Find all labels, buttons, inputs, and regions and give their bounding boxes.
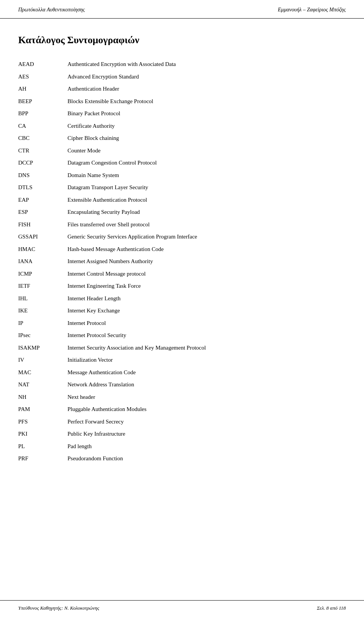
abbreviation-definition: Public Key Infrastructure (67, 428, 346, 440)
abbreviation-term: MAC (18, 366, 67, 379)
table-row: ICMPInternet Control Message protocol (18, 268, 346, 280)
table-row: CBCCipher Block chaining (18, 132, 346, 144)
table-row: AESAdvanced Encryption Standard (18, 71, 346, 83)
abbreviation-term: BEEP (18, 95, 67, 108)
abbreviation-definition: Certificate Authority (67, 120, 346, 132)
table-row: BPPBinary Packet Protocol (18, 107, 346, 120)
abbreviation-term: IV (18, 354, 67, 366)
abbreviation-term: DCCP (18, 157, 67, 169)
abbreviation-definition: Next header (67, 391, 346, 403)
abbreviation-term: CBC (18, 132, 67, 144)
abbreviation-definition: Internet Protocol (67, 317, 346, 329)
footer-left: Υπεύθυνος Καθηγητής: Ν. Κολοκοτρώνης (18, 605, 99, 611)
abbreviation-definition: Counter Mode (67, 144, 346, 157)
footer-right: Σελ. 8 από 118 (317, 605, 346, 611)
abbreviation-term: ICMP (18, 268, 67, 280)
header-left: Πρωτόκολλα Αυθεντικοποίησης (18, 7, 85, 13)
abbreviation-definition: Cipher Block chaining (67, 132, 346, 144)
abbreviation-definition: Pseudorandom Function (67, 452, 346, 465)
table-row: IKEInternet Key Exchange (18, 304, 346, 317)
abbreviation-definition: Extensible Authentication Protocol (67, 194, 346, 206)
abbreviation-definition: Advanced Encryption Standard (67, 71, 346, 83)
abbreviation-term: IANA (18, 255, 67, 268)
table-row: HMACHash-based Message Authentication Co… (18, 243, 346, 256)
abbreviation-term: PAM (18, 403, 67, 416)
abbreviation-term: PL (18, 440, 67, 453)
table-row: IVInitialization Vector (18, 354, 346, 366)
table-row: IPInternet Protocol (18, 317, 346, 329)
abbreviation-term: DNS (18, 169, 67, 182)
table-row: ESPEncapsulating Security Payload (18, 206, 346, 218)
table-row: PAMPluggable Authentication Modules (18, 403, 346, 416)
abbreviation-term: PRF (18, 452, 67, 465)
abbreviation-term: ESP (18, 206, 67, 218)
table-row: DTLSDatagram Transport Layer Security (18, 181, 346, 194)
abbreviation-term: FISH (18, 218, 67, 231)
abbreviation-definition: Encapsulating Security Payload (67, 206, 346, 218)
abbreviation-term: GSSAPI (18, 231, 67, 243)
abbreviation-definition: Internet Security Association and Key Ma… (67, 342, 346, 354)
page-footer: Υπεύθυνος Καθηγητής: Ν. Κολοκοτρώνης Σελ… (0, 600, 364, 618)
abbreviation-definition: Initialization Vector (67, 354, 346, 366)
abbreviation-term: CTR (18, 144, 67, 157)
abbreviation-term: NH (18, 391, 67, 403)
table-row: IANAInternet Assigned Numbers Authority (18, 255, 346, 268)
abbreviation-definition: Datagram Transport Layer Security (67, 181, 346, 194)
table-row: PRFPseudorandom Function (18, 452, 346, 465)
abbreviation-definition: Network Address Translation (67, 378, 346, 391)
abbreviation-term: IETF (18, 280, 67, 292)
abbreviation-definition: Internet Assigned Numbers Authority (67, 255, 346, 268)
table-row: AHAuthentication Header (18, 83, 346, 95)
abbreviation-definition: Internet Header Length (67, 292, 346, 305)
table-row: CTRCounter Mode (18, 144, 346, 157)
abbreviation-term: IPsec (18, 329, 67, 342)
abbreviation-term: IHL (18, 292, 67, 305)
table-row: AEADAuthenticated Encryption with Associ… (18, 58, 346, 71)
abbreviation-term: ISAKMP (18, 342, 67, 354)
abbreviation-term: EAP (18, 194, 67, 206)
table-row: PFSPerfect Forward Secrecy (18, 416, 346, 428)
table-row: DNSDomain Name System (18, 169, 346, 182)
abbreviation-definition: Internet Key Exchange (67, 304, 346, 317)
page-title: Κατάλογος Συντομογραφιών (18, 35, 346, 46)
main-content: Κατάλογος Συντομογραφιών AEADAuthenticat… (0, 19, 364, 488)
abbreviation-definition: Pluggable Authentication Modules (67, 403, 346, 416)
abbreviation-definition: Blocks Extensible Exchange Protocol (67, 95, 346, 108)
table-row: PKIPublic Key Infrastructure (18, 428, 346, 440)
abbreviation-definition: Binary Packet Protocol (67, 107, 346, 120)
abbreviation-table: AEADAuthenticated Encryption with Associ… (18, 58, 346, 465)
abbreviation-definition: Files transferred over Shell protocol (67, 218, 346, 231)
table-row: PLPad length (18, 440, 346, 453)
abbreviation-term: HMAC (18, 243, 67, 256)
abbreviation-term: AES (18, 71, 67, 83)
abbreviation-term: CA (18, 120, 67, 132)
abbreviation-definition: Message Authentication Code (67, 366, 346, 379)
abbreviation-term: DTLS (18, 181, 67, 194)
table-row: BEEPBlocks Extensible Exchange Protocol (18, 95, 346, 108)
abbreviation-definition: Datagram Congestion Control Protocol (67, 157, 346, 169)
table-row: IPsecInternet Protocol Security (18, 329, 346, 342)
table-row: EAPExtensible Authentication Protocol (18, 194, 346, 206)
table-row: GSSAPIGeneric Security Services Applicat… (18, 231, 346, 243)
abbreviation-definition: Pad length (67, 440, 346, 453)
abbreviation-term: BPP (18, 107, 67, 120)
abbreviation-definition: Internet Engineering Task Force (67, 280, 346, 292)
header-right: Εμμανουήλ – Ζαφείριος Μπόζης (278, 7, 346, 13)
table-row: NHNext header (18, 391, 346, 403)
abbreviation-definition: Authenticated Encryption with Associated… (67, 58, 346, 71)
table-row: MACMessage Authentication Code (18, 366, 346, 379)
table-row: ISAKMPInternet Security Association and … (18, 342, 346, 354)
table-row: NATNetwork Address Translation (18, 378, 346, 391)
abbreviation-definition: Authentication Header (67, 83, 346, 95)
abbreviation-term: IP (18, 317, 67, 329)
abbreviation-definition: Hash-based Message Authentication Code (67, 243, 346, 256)
table-row: DCCPDatagram Congestion Control Protocol (18, 157, 346, 169)
table-row: IHLInternet Header Length (18, 292, 346, 305)
abbreviation-term: AEAD (18, 58, 67, 71)
abbreviation-term: PKI (18, 428, 67, 440)
abbreviation-definition: Internet Control Message protocol (67, 268, 346, 280)
abbreviation-term: PFS (18, 416, 67, 428)
abbreviation-term: IKE (18, 304, 67, 317)
table-row: CACertificate Authority (18, 120, 346, 132)
abbreviation-definition: Perfect Forward Secrecy (67, 416, 346, 428)
